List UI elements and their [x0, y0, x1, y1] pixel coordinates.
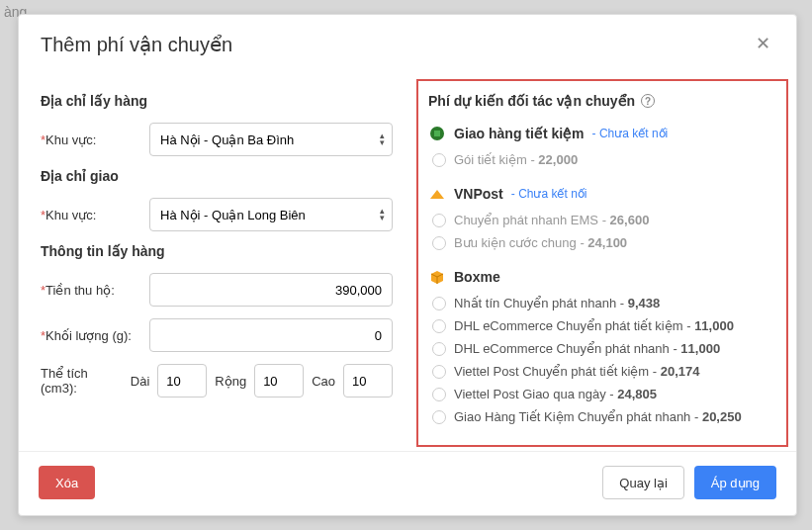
height-label: Cao [312, 374, 335, 389]
partner-block: BoxmeNhất tín Chuyển phát nhanh - 9,438D… [420, 262, 786, 436]
delivery-area-label: *Khu vực: [41, 208, 149, 222]
close-icon: ✕ [756, 34, 770, 53]
boxme-icon [428, 268, 446, 286]
partner-name: Giao hàng tiết kiệm [454, 126, 585, 141]
close-button[interactable]: ✕ [752, 33, 774, 54]
pickup-area-label: *Khu vực: [41, 132, 149, 147]
partner-block: Giao hàng tiết kiệm- Chưa kết nốiGói tiế… [420, 119, 786, 179]
partner-block: VNPost- Chưa kết nốiChuyển phát nhanh EM… [420, 179, 786, 262]
not-connected-link[interactable]: - Chưa kết nối [511, 187, 587, 201]
radio-icon[interactable] [432, 342, 446, 356]
option-label: Gói tiết kiệm - 22,000 [454, 152, 578, 167]
weight-input[interactable] [149, 318, 393, 352]
shipping-option[interactable]: Nhất tín Chuyển phát nhanh - 9,438 [428, 292, 778, 314]
pickup-info-title: Thông tin lấy hàng [41, 243, 393, 259]
partner-header: Boxme [428, 268, 778, 286]
modal-footer: Xóa Quay lại Áp dụng [19, 451, 796, 515]
shipping-option[interactable]: Gói tiết kiệm - 22,000 [428, 148, 778, 171]
option-label: Nhất tín Chuyển phát nhanh - 9,438 [454, 296, 660, 310]
shipping-option[interactable]: Viettel Post Chuyển phát tiết kiệm - 20,… [428, 360, 778, 383]
pickup-area-select[interactable]: Hà Nội - Quận Ba Đình [149, 123, 393, 156]
length-input[interactable] [157, 364, 207, 398]
height-input[interactable] [343, 364, 393, 398]
option-label: Bưu kiện cước chung - 24,100 [454, 235, 627, 250]
back-button[interactable]: Quay lại [602, 466, 683, 499]
option-label: Viettel Post Giao qua ngày - 24,805 [454, 387, 657, 401]
apply-button[interactable]: Áp dụng [694, 466, 776, 499]
radio-icon[interactable] [432, 214, 446, 227]
delivery-area-select[interactable]: Hà Nội - Quận Long Biên [149, 198, 393, 231]
vnpost-icon [428, 185, 446, 203]
cod-input[interactable] [149, 273, 393, 307]
right-column: Phí dự kiến đối tác vận chuyển ? Giao hà… [414, 81, 796, 451]
option-label: Giao Hàng Tiết Kiệm Chuyển phát nhanh - … [454, 409, 742, 424]
modal: Thêm phí vận chuyển ✕ Địa chỉ lấy hàng *… [18, 14, 797, 516]
help-icon[interactable]: ? [641, 94, 655, 108]
modal-body: Địa chỉ lấy hàng *Khu vực: Hà Nội - Quận… [19, 73, 796, 451]
option-label: DHL eCommerce Chuyển phát tiết kiệm - 11… [454, 318, 734, 333]
shipping-option[interactable]: Giao Hàng Tiết Kiệm Chuyển phát nhanh - … [428, 405, 778, 428]
ghtk-icon [428, 125, 446, 142]
delete-button[interactable]: Xóa [39, 466, 95, 499]
radio-icon[interactable] [432, 153, 446, 167]
partner-name: Boxme [454, 269, 500, 285]
cod-label: *Tiền thu hộ: [41, 283, 149, 298]
not-connected-link[interactable]: - Chưa kết nối [592, 127, 669, 140]
radio-icon[interactable] [432, 388, 446, 401]
partner-list[interactable]: Giao hàng tiết kiệm- Chưa kết nốiGói tiế… [420, 119, 790, 451]
radio-icon[interactable] [432, 319, 446, 333]
option-label: Viettel Post Chuyển phát tiết kiệm - 20,… [454, 364, 700, 379]
delivery-address-title: Địa chỉ giao [41, 168, 393, 184]
option-label: DHL eCommerce Chuyển phát nhanh - 11,000 [454, 341, 720, 356]
partner-name: VNPost [454, 186, 503, 202]
length-label: Dài [131, 374, 150, 389]
pickup-address-title: Địa chỉ lấy hàng [41, 93, 393, 109]
volume-label: Thể tích (cm3): [41, 366, 123, 396]
shipping-option[interactable]: Chuyển phát nhanh EMS - 26,600 [428, 209, 778, 231]
width-input[interactable] [254, 364, 304, 398]
svg-rect-1 [434, 131, 440, 136]
partner-header: VNPost- Chưa kết nối [428, 185, 778, 203]
left-column: Địa chỉ lấy hàng *Khu vực: Hà Nội - Quận… [19, 81, 414, 451]
shipping-option[interactable]: DHL eCommerce Chuyển phát nhanh - 11,000 [428, 337, 778, 360]
shipping-option[interactable]: DHL eCommerce Chuyển phát tiết kiệm - 11… [428, 314, 778, 337]
modal-header: Thêm phí vận chuyển ✕ [19, 15, 796, 73]
radio-icon[interactable] [432, 365, 446, 379]
weight-label: *Khối lượng (g): [41, 328, 149, 343]
radio-icon[interactable] [432, 297, 446, 310]
partner-header: Giao hàng tiết kiệm- Chưa kết nối [428, 125, 778, 142]
shipping-option[interactable]: Viettel Post Giao qua ngày - 24,805 [428, 383, 778, 405]
estimated-fee-title: Phí dự kiến đối tác vận chuyển ? [420, 81, 790, 119]
width-label: Rộng [215, 374, 246, 389]
modal-title: Thêm phí vận chuyển [41, 33, 232, 56]
radio-icon[interactable] [432, 410, 446, 424]
radio-icon[interactable] [432, 236, 446, 250]
option-label: Chuyển phát nhanh EMS - 26,600 [454, 213, 649, 227]
shipping-option[interactable]: Bưu kiện cước chung - 24,100 [428, 231, 778, 254]
